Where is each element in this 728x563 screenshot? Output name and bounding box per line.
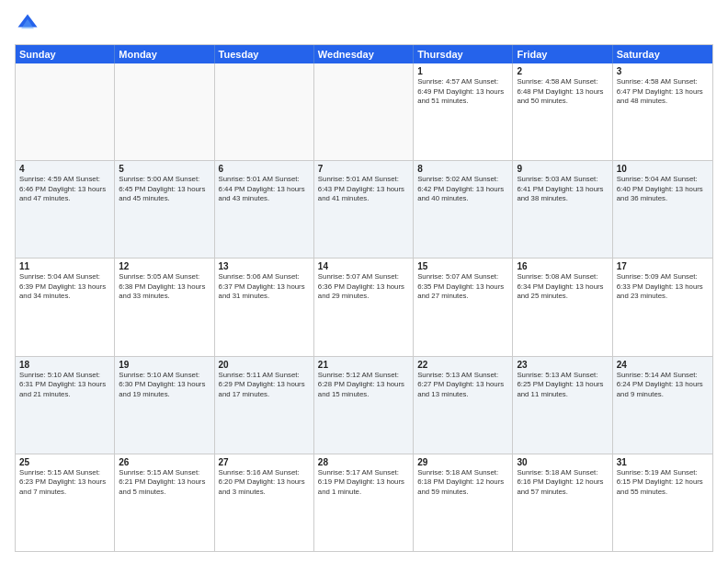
- day-number: 14: [318, 261, 409, 271]
- calendar-cell-18: 18Sunrise: 5:10 AM Sunset: 6:31 PM Dayli…: [16, 357, 115, 454]
- cell-info: Sunrise: 5:10 AM Sunset: 6:31 PM Dayligh…: [19, 371, 110, 400]
- day-number: 15: [417, 261, 508, 271]
- calendar: SundayMondayTuesdayWednesdayThursdayFrid…: [15, 44, 713, 552]
- cell-info: Sunrise: 5:08 AM Sunset: 6:34 PM Dayligh…: [517, 272, 608, 302]
- calendar-cell-17: 17Sunrise: 5:09 AM Sunset: 6:33 PM Dayli…: [613, 259, 712, 355]
- cell-info: Sunrise: 5:15 AM Sunset: 6:21 PM Dayligh…: [119, 468, 210, 498]
- calendar-cell-15: 15Sunrise: 5:07 AM Sunset: 6:35 PM Dayli…: [414, 259, 513, 355]
- cell-info: Sunrise: 5:02 AM Sunset: 6:42 PM Dayligh…: [417, 175, 508, 204]
- calendar-row-3: 18Sunrise: 5:10 AM Sunset: 6:31 PM Dayli…: [16, 356, 712, 454]
- cell-info: Sunrise: 4:58 AM Sunset: 6:48 PM Dayligh…: [517, 77, 608, 107]
- cell-info: Sunrise: 5:13 AM Sunset: 6:25 PM Dayligh…: [517, 371, 608, 400]
- day-number: 21: [318, 360, 409, 370]
- calendar-cell-empty-0-0: [16, 63, 115, 160]
- cell-info: Sunrise: 5:00 AM Sunset: 6:45 PM Dayligh…: [119, 175, 210, 204]
- day-number: 12: [119, 261, 210, 271]
- day-number: 11: [19, 261, 110, 271]
- day-number: 23: [517, 360, 608, 370]
- calendar-cell-23: 23Sunrise: 5:13 AM Sunset: 6:25 PM Dayli…: [513, 357, 612, 454]
- weekday-header-saturday: Saturday: [613, 45, 712, 63]
- calendar-cell-7: 7Sunrise: 5:01 AM Sunset: 6:43 PM Daylig…: [314, 161, 414, 258]
- cell-info: Sunrise: 5:14 AM Sunset: 6:24 PM Dayligh…: [617, 371, 709, 400]
- day-number: 7: [318, 164, 409, 174]
- calendar-body: 1Sunrise: 4:57 AM Sunset: 6:49 PM Daylig…: [16, 63, 712, 551]
- day-number: 2: [517, 66, 608, 76]
- logo: [15, 11, 44, 37]
- calendar-cell-9: 9Sunrise: 5:03 AM Sunset: 6:41 PM Daylig…: [513, 161, 612, 258]
- calendar-cell-5: 5Sunrise: 5:00 AM Sunset: 6:45 PM Daylig…: [115, 161, 214, 258]
- cell-info: Sunrise: 5:01 AM Sunset: 6:43 PM Dayligh…: [318, 175, 409, 204]
- cell-info: Sunrise: 5:06 AM Sunset: 6:37 PM Dayligh…: [219, 272, 310, 302]
- day-number: 1: [417, 66, 508, 76]
- cell-info: Sunrise: 4:58 AM Sunset: 6:47 PM Dayligh…: [617, 77, 709, 107]
- calendar-cell-11: 11Sunrise: 5:04 AM Sunset: 6:39 PM Dayli…: [16, 259, 115, 355]
- day-number: 18: [19, 360, 110, 370]
- weekday-header-wednesday: Wednesday: [314, 45, 414, 63]
- calendar-cell-28: 28Sunrise: 5:17 AM Sunset: 6:19 PM Dayli…: [314, 454, 414, 551]
- weekday-header-sunday: Sunday: [16, 45, 115, 63]
- cell-info: Sunrise: 5:16 AM Sunset: 6:20 PM Dayligh…: [219, 468, 310, 498]
- calendar-cell-empty-0-3: [314, 63, 414, 160]
- day-number: 31: [617, 457, 709, 467]
- calendar-cell-2: 2Sunrise: 4:58 AM Sunset: 6:48 PM Daylig…: [513, 63, 612, 160]
- cell-info: Sunrise: 5:18 AM Sunset: 6:18 PM Dayligh…: [417, 468, 508, 498]
- cell-info: Sunrise: 5:03 AM Sunset: 6:41 PM Dayligh…: [517, 175, 608, 204]
- day-number: 9: [517, 164, 608, 174]
- calendar-cell-1: 1Sunrise: 4:57 AM Sunset: 6:49 PM Daylig…: [414, 63, 513, 160]
- day-number: 25: [19, 457, 110, 467]
- calendar-cell-31: 31Sunrise: 5:19 AM Sunset: 6:15 PM Dayli…: [613, 454, 712, 551]
- cell-info: Sunrise: 5:12 AM Sunset: 6:28 PM Dayligh…: [318, 371, 409, 400]
- calendar-row-1: 4Sunrise: 4:59 AM Sunset: 6:46 PM Daylig…: [16, 160, 712, 258]
- cell-info: Sunrise: 5:10 AM Sunset: 6:30 PM Dayligh…: [119, 371, 210, 400]
- weekday-header-friday: Friday: [513, 45, 612, 63]
- calendar-row-4: 25Sunrise: 5:15 AM Sunset: 6:23 PM Dayli…: [16, 454, 712, 551]
- calendar-cell-12: 12Sunrise: 5:05 AM Sunset: 6:38 PM Dayli…: [115, 259, 214, 355]
- cell-info: Sunrise: 5:15 AM Sunset: 6:23 PM Dayligh…: [19, 468, 110, 498]
- day-number: 28: [318, 457, 409, 467]
- cell-info: Sunrise: 5:11 AM Sunset: 6:29 PM Dayligh…: [219, 371, 310, 400]
- calendar-cell-16: 16Sunrise: 5:08 AM Sunset: 6:34 PM Dayli…: [513, 259, 612, 355]
- calendar-cell-13: 13Sunrise: 5:06 AM Sunset: 6:37 PM Dayli…: [215, 259, 314, 355]
- cell-info: Sunrise: 5:09 AM Sunset: 6:33 PM Dayligh…: [617, 272, 709, 302]
- cell-info: Sunrise: 5:04 AM Sunset: 6:40 PM Dayligh…: [617, 175, 709, 204]
- calendar-row-2: 11Sunrise: 5:04 AM Sunset: 6:39 PM Dayli…: [16, 258, 712, 355]
- calendar-header: SundayMondayTuesdayWednesdayThursdayFrid…: [16, 45, 712, 63]
- cell-info: Sunrise: 5:05 AM Sunset: 6:38 PM Dayligh…: [119, 272, 210, 302]
- calendar-cell-19: 19Sunrise: 5:10 AM Sunset: 6:30 PM Dayli…: [115, 357, 214, 454]
- day-number: 6: [219, 164, 310, 174]
- day-number: 29: [417, 457, 508, 467]
- calendar-cell-25: 25Sunrise: 5:15 AM Sunset: 6:23 PM Dayli…: [16, 454, 115, 551]
- day-number: 5: [119, 164, 210, 174]
- cell-info: Sunrise: 5:01 AM Sunset: 6:44 PM Dayligh…: [219, 175, 310, 204]
- day-number: 26: [119, 457, 210, 467]
- day-number: 19: [119, 360, 210, 370]
- calendar-cell-21: 21Sunrise: 5:12 AM Sunset: 6:28 PM Dayli…: [314, 357, 414, 454]
- calendar-cell-empty-0-1: [115, 63, 214, 160]
- calendar-row-0: 1Sunrise: 4:57 AM Sunset: 6:49 PM Daylig…: [16, 63, 712, 160]
- day-number: 17: [617, 261, 709, 271]
- cell-info: Sunrise: 5:18 AM Sunset: 6:16 PM Dayligh…: [517, 468, 608, 498]
- calendar-cell-24: 24Sunrise: 5:14 AM Sunset: 6:24 PM Dayli…: [613, 357, 712, 454]
- calendar-cell-26: 26Sunrise: 5:15 AM Sunset: 6:21 PM Dayli…: [115, 454, 214, 551]
- day-number: 24: [617, 360, 709, 370]
- cell-info: Sunrise: 5:19 AM Sunset: 6:15 PM Dayligh…: [617, 468, 709, 498]
- day-number: 22: [417, 360, 508, 370]
- day-number: 16: [517, 261, 608, 271]
- calendar-cell-20: 20Sunrise: 5:11 AM Sunset: 6:29 PM Dayli…: [215, 357, 314, 454]
- calendar-cell-3: 3Sunrise: 4:58 AM Sunset: 6:47 PM Daylig…: [613, 63, 712, 160]
- calendar-cell-8: 8Sunrise: 5:02 AM Sunset: 6:42 PM Daylig…: [414, 161, 513, 258]
- weekday-header-monday: Monday: [115, 45, 214, 63]
- cell-info: Sunrise: 5:17 AM Sunset: 6:19 PM Dayligh…: [318, 468, 409, 498]
- day-number: 3: [617, 66, 709, 76]
- cell-info: Sunrise: 5:04 AM Sunset: 6:39 PM Dayligh…: [19, 272, 110, 302]
- cell-info: Sunrise: 5:07 AM Sunset: 6:35 PM Dayligh…: [417, 272, 508, 302]
- calendar-cell-14: 14Sunrise: 5:07 AM Sunset: 6:36 PM Dayli…: [314, 259, 414, 355]
- cell-info: Sunrise: 5:13 AM Sunset: 6:27 PM Dayligh…: [417, 371, 508, 400]
- calendar-cell-6: 6Sunrise: 5:01 AM Sunset: 6:44 PM Daylig…: [215, 161, 314, 258]
- cell-info: Sunrise: 5:07 AM Sunset: 6:36 PM Dayligh…: [318, 272, 409, 302]
- day-number: 13: [219, 261, 310, 271]
- day-number: 8: [417, 164, 508, 174]
- weekday-header-tuesday: Tuesday: [215, 45, 314, 63]
- day-number: 10: [617, 164, 709, 174]
- calendar-cell-30: 30Sunrise: 5:18 AM Sunset: 6:16 PM Dayli…: [513, 454, 612, 551]
